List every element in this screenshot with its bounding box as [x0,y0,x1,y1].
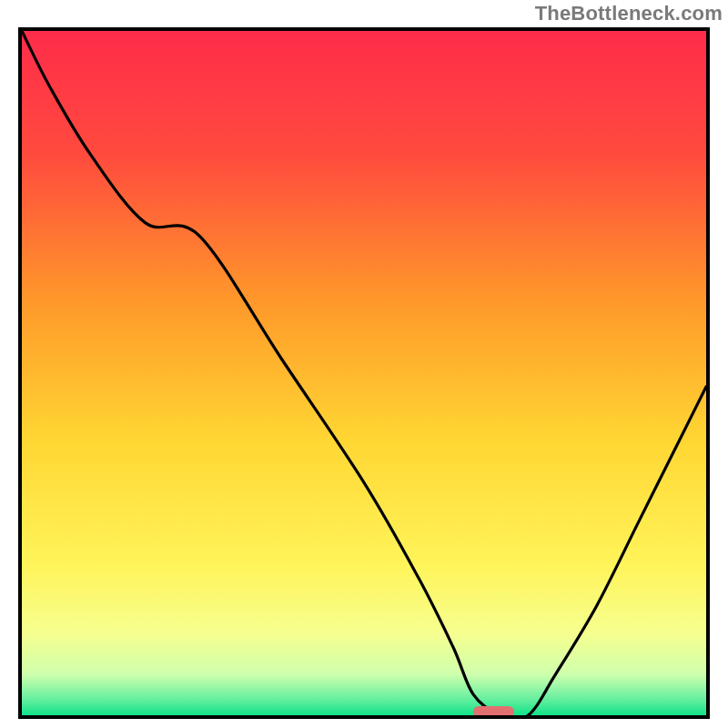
bottleneck-curve-path [22,31,706,715]
plot-area [18,27,710,719]
watermark-text: TheBottleneck.com [535,2,723,25]
optimal-marker [473,706,514,717]
chart-frame: TheBottleneck.com [0,0,728,728]
curve-svg [22,31,706,715]
